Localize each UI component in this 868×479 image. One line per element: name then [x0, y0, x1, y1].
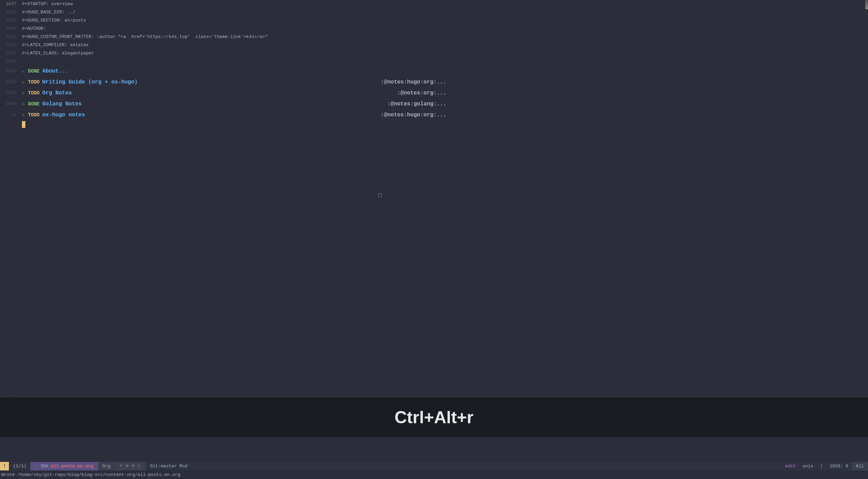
heading-tags[interactable]: :@notes:hugo:org:...: [381, 111, 446, 119]
empty-line-tilde: ~: [0, 235, 16, 244]
empty-line-tilde: ~: [0, 441, 16, 449]
org-heading[interactable]: ◉DONEGolang Notes:@notes:golang:...: [22, 99, 868, 109]
empty-line-tilde: ~: [0, 145, 16, 153]
mode-line: ! (1/1) - 36k all-posts.en.org Org YOKL …: [0, 462, 868, 470]
empty-line-tilde: ~: [0, 326, 16, 334]
org-keyword-line[interactable]: [22, 57, 868, 66]
empty-line-tilde: ~: [0, 383, 16, 391]
org-heading[interactable]: ◉TODOOrg Notes:@notes:org:...: [22, 88, 868, 99]
empty-line-tilde: ~: [0, 170, 16, 178]
screencast-overlay: Ctrl+Alt+r: [0, 398, 868, 437]
cursor-position: 1638: 0: [826, 464, 852, 469]
empty-line-tilde: ~: [0, 309, 16, 318]
fold-bullet-icon[interactable]: ◉: [22, 102, 25, 107]
empty-line-tilde: ~: [0, 227, 16, 235]
buffer-filename: all-posts.en.org: [51, 464, 93, 469]
empty-line-tilde: ~: [0, 375, 16, 383]
empty-line-tilde: ~: [0, 252, 16, 260]
line-number: 1558: [0, 88, 16, 99]
todo-state[interactable]: TODO: [28, 112, 40, 118]
org-keyword-line[interactable]: #+HUGO_CUSTOM_FRONT_MATTER: :author "<a …: [22, 33, 868, 41]
org-keyword-line[interactable]: #+STARTUP: overview: [22, 0, 868, 8]
scrollbar[interactable]: [865, 0, 868, 462]
empty-line-tilde: ~: [0, 129, 16, 137]
empty-line-tilde: ~: [0, 153, 16, 161]
line-number: 1635: [0, 16, 16, 25]
empty-line-tilde: ~: [0, 203, 16, 211]
line-number: 1636: [0, 8, 16, 16]
fold-bullet-icon[interactable]: ◉: [22, 91, 25, 96]
fold-bullet-icon[interactable]: ◉: [22, 80, 25, 85]
screencast-key-label: Ctrl+Alt+r: [394, 407, 474, 427]
todo-state[interactable]: TODO: [28, 79, 40, 85]
encoding: unix: [799, 464, 817, 469]
todo-state[interactable]: TODO: [28, 90, 40, 96]
empty-line-tilde: ~: [0, 268, 16, 276]
todo-state[interactable]: DONE: [28, 101, 40, 107]
org-keyword-line[interactable]: #+AUTHOR:: [22, 25, 868, 33]
empty-line-tilde: ~: [0, 276, 16, 285]
heading-title[interactable]: Golang Notes: [42, 101, 81, 107]
heading-tags[interactable]: :@notes:golang:...: [387, 100, 446, 108]
buffer-info[interactable]: - 36k all-posts.en.org: [30, 462, 98, 470]
which-key-hint: YOKL: [114, 462, 146, 470]
line-number: 1634: [0, 25, 16, 33]
empty-line-tilde: ~: [0, 211, 16, 219]
todo-state[interactable]: DONE: [28, 68, 40, 74]
line-number: 1630: [0, 57, 16, 66]
fold-bullet-icon[interactable]: ◉: [22, 69, 25, 74]
org-keyword-line[interactable]: #+HUGO_SECTION: en/posts: [22, 16, 868, 25]
line-number-gutter: 1637163616351634163316321631163016291583…: [0, 0, 19, 462]
empty-line-tilde: ~: [0, 301, 16, 309]
empty-line-tilde: ~: [0, 367, 16, 375]
empty-line-tilde: ~: [0, 178, 16, 186]
edit-state: edit: [782, 464, 799, 469]
heading-title[interactable]: Writing Guide (org + ox-hugo): [42, 79, 137, 85]
line-number: 1583: [0, 77, 16, 88]
empty-line-tilde: ~: [0, 285, 16, 293]
line-number: 1631: [0, 49, 16, 57]
mode-line-right: edit unix | 1638: 0 All: [782, 462, 868, 470]
empty-line-tilde: ~: [0, 350, 16, 359]
editor-container: 1637163616351634163316321631163016291583…: [0, 0, 868, 462]
line-number: 51: [0, 109, 16, 120]
empty-line-tilde: ~: [0, 293, 16, 301]
heading-title[interactable]: About...: [42, 68, 68, 74]
mouse-cursor-icon: ⬚: [378, 192, 382, 198]
mode-line-left: ! (1/1) - 36k all-posts.en.org Org YOKL …: [0, 462, 191, 470]
org-heading[interactable]: ◉DONEAbout...: [22, 66, 868, 77]
org-keyword-line[interactable]: #+HUGO_BASE_DIR: ../: [22, 8, 868, 16]
major-mode[interactable]: Org: [98, 462, 114, 470]
empty-line-tilde: ~: [0, 342, 16, 350]
warning-badge-icon[interactable]: !: [0, 462, 9, 470]
empty-line-tilde: ~: [0, 186, 16, 194]
empty-line-tilde: ~: [0, 161, 16, 170]
vcs-info[interactable]: Git:master Mod: [146, 462, 191, 470]
heading-title[interactable]: Org Notes: [42, 90, 72, 96]
heading-title[interactable]: ox-hugo notes: [42, 112, 85, 118]
line-number: 1629: [0, 66, 16, 77]
text-cursor: [22, 121, 25, 128]
cursor-line[interactable]: [22, 120, 868, 129]
separator: |: [817, 464, 826, 469]
anzu-position: (1/1): [9, 462, 30, 470]
empty-line-tilde: ~: [0, 244, 16, 252]
scroll-percentage: All: [852, 462, 868, 470]
empty-line-tilde: ~: [0, 194, 16, 203]
line-number: 1400: [0, 99, 16, 109]
org-heading[interactable]: ◉TODOWriting Guide (org + ox-hugo):@note…: [22, 77, 868, 88]
line-number: 1637: [0, 0, 16, 8]
org-keyword-line[interactable]: #+LATEX_CLASS: elegantpaper: [22, 49, 868, 57]
fold-bullet-icon[interactable]: ◉: [22, 113, 25, 118]
org-keyword-line[interactable]: #+LATEX_COMPILER: xelatex: [22, 41, 868, 49]
line-number: 1633: [0, 33, 16, 41]
empty-line-tilde: ~: [0, 260, 16, 268]
empty-line-tilde: ~: [0, 449, 16, 457]
code-area[interactable]: #+STARTUP: overview#+HUGO_BASE_DIR: ../#…: [19, 0, 868, 462]
heading-tags[interactable]: :@notes:org:...: [397, 89, 446, 98]
empty-line-tilde: ~: [0, 318, 16, 326]
buffer-size: - 36k: [35, 464, 49, 469]
org-heading[interactable]: ◉TODOox-hugo notes:@notes:hugo:org:...: [22, 109, 868, 120]
echo-message: Wrote /home/sky/git-repo/blog/blog-src/c…: [1, 472, 180, 477]
heading-tags[interactable]: :@notes:hugo:org:...: [381, 78, 446, 87]
